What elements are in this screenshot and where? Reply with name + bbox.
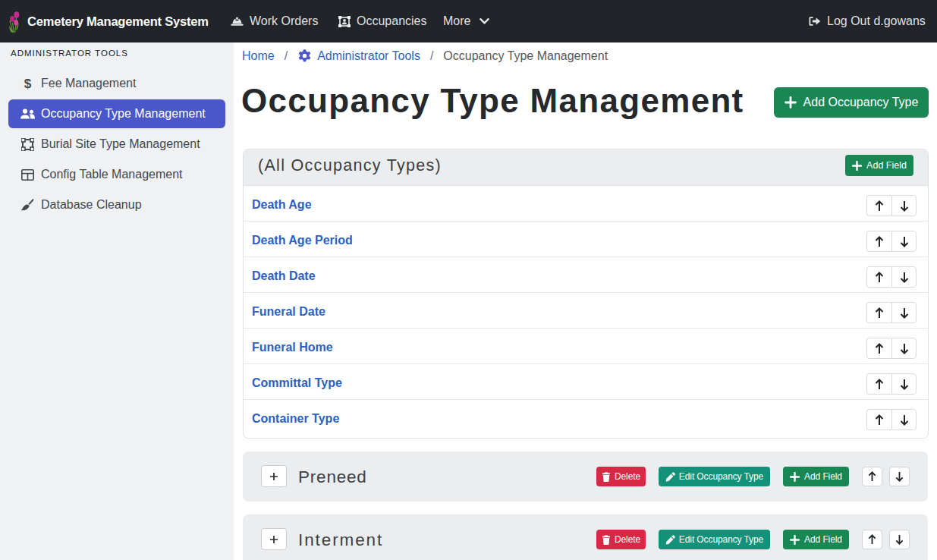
svg-text:$: $: [24, 77, 32, 90]
